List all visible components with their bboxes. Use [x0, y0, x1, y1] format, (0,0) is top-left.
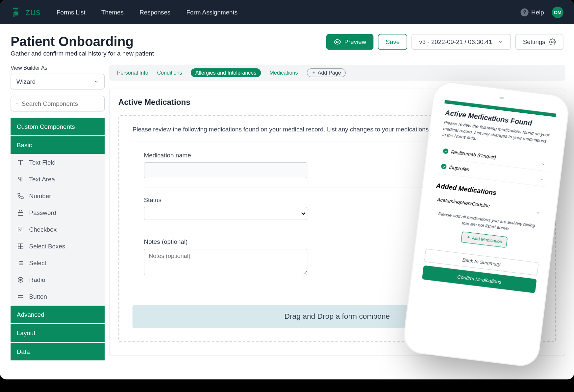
- grid-icon: [17, 242, 24, 249]
- component-number[interactable]: Number: [11, 187, 105, 204]
- svg-rect-6: [18, 212, 23, 215]
- save-button[interactable]: Save: [378, 34, 407, 50]
- component-select-boxes[interactable]: Select Boxes: [11, 238, 105, 254]
- version-dropdown[interactable]: v3 - 2022-09-21 / 06:30:41: [412, 34, 511, 50]
- chevron-down-icon: [94, 79, 99, 84]
- view-builder-as-label: View Builder As: [11, 65, 105, 71]
- phone-speaker-icon: [499, 97, 504, 99]
- nav-form-assignments[interactable]: Form Assignments: [187, 9, 238, 15]
- svg-rect-19: [18, 295, 23, 298]
- paragraph-icon: [17, 175, 24, 182]
- builder-sidebar: View Builder As Wizard Custom Components…: [11, 65, 105, 360]
- page-subtitle: Gather and confirm medical history for a…: [11, 50, 154, 57]
- component-select[interactable]: Select: [11, 255, 105, 271]
- status-select[interactable]: [144, 207, 308, 220]
- svg-point-2: [16, 103, 18, 104]
- lock-icon: [17, 209, 24, 216]
- component-checkbox[interactable]: Checkbox: [11, 221, 105, 238]
- top-navbar: zus Forms List Themes Responses Form Ass…: [0, 0, 574, 24]
- svg-point-18: [19, 279, 21, 281]
- logo-icon: [11, 6, 23, 18]
- settings-button[interactable]: Settings: [515, 34, 563, 50]
- group-data[interactable]: Data: [11, 343, 105, 360]
- group-basic[interactable]: Basic: [11, 136, 105, 154]
- text-icon: [17, 159, 24, 166]
- tab-personal-info[interactable]: Personal Info: [117, 68, 148, 77]
- svg-point-1: [552, 41, 553, 43]
- tab-allergies[interactable]: Allergies and Intolerances: [191, 68, 261, 77]
- gear-icon: [549, 38, 556, 45]
- group-custom-components[interactable]: Custom Components: [11, 118, 105, 135]
- svg-line-23: [467, 237, 469, 237]
- add-page-button[interactable]: Add Page: [307, 68, 346, 77]
- medication-name-input[interactable]: [144, 162, 308, 178]
- tab-conditions[interactable]: Conditions: [157, 68, 182, 77]
- search-icon: [16, 101, 18, 107]
- help-label: Help: [531, 9, 544, 15]
- svg-point-0: [336, 41, 338, 43]
- save-label: Save: [386, 38, 400, 45]
- settings-label: Settings: [523, 38, 545, 45]
- view-builder-as-value: Wizard: [16, 78, 36, 85]
- nav-forms-list[interactable]: Forms List: [57, 9, 86, 15]
- basic-components-list: Text Field Text Area Number Password Che…: [11, 154, 105, 305]
- view-builder-as-select[interactable]: Wizard: [11, 74, 105, 89]
- component-radio[interactable]: Radio: [11, 271, 105, 288]
- phone-icon: [17, 192, 24, 199]
- brand-logo: zus: [11, 6, 40, 18]
- svg-line-3: [17, 104, 18, 104]
- nav-links: Forms List Themes Responses Form Assignm…: [57, 9, 521, 15]
- button-icon: [17, 293, 24, 300]
- search-input[interactable]: [22, 100, 99, 107]
- chevron-down-icon: [498, 39, 504, 44]
- page-tabs: Personal Info Conditions Allergies and I…: [109, 65, 565, 81]
- radio-icon: [17, 276, 24, 283]
- preview-button[interactable]: Preview: [326, 34, 374, 50]
- check-icon: [443, 148, 449, 154]
- chevron-down-icon: ⌄: [535, 208, 540, 215]
- phone-add-medication-button[interactable]: Add Medication: [461, 231, 508, 248]
- group-advanced[interactable]: Advanced: [11, 306, 105, 323]
- chevron-down-icon: ⌄: [539, 175, 544, 182]
- preview-label: Preview: [344, 38, 366, 45]
- list-icon: [17, 259, 24, 266]
- drop-zone-text: Drag and Drop a form compone: [284, 312, 390, 321]
- component-password[interactable]: Password: [11, 204, 105, 221]
- group-layout[interactable]: Layout: [11, 324, 105, 342]
- help-link[interactable]: ? Help: [521, 8, 544, 16]
- nav-themes[interactable]: Themes: [101, 9, 124, 15]
- svg-rect-7: [18, 227, 23, 232]
- page-title: Patient Onboarding: [11, 34, 154, 49]
- version-label: v3 - 2022-09-21 / 06:30:41: [419, 38, 492, 45]
- check-icon: [441, 164, 447, 170]
- component-button[interactable]: Button: [11, 288, 105, 305]
- help-icon: ?: [521, 8, 529, 16]
- eye-icon: [334, 38, 340, 45]
- notes-textarea[interactable]: [144, 249, 308, 275]
- component-text-field[interactable]: Text Field: [11, 154, 105, 171]
- component-text-area[interactable]: Text Area: [11, 171, 105, 187]
- checkbox-icon: [17, 226, 24, 233]
- plus-icon: [466, 235, 470, 239]
- search-components[interactable]: [11, 96, 105, 111]
- user-avatar[interactable]: CM: [552, 6, 563, 18]
- plus-icon: [312, 71, 316, 75]
- brand-name: zus: [26, 7, 41, 17]
- nav-responses[interactable]: Responses: [139, 9, 170, 15]
- chevron-down-icon: ⌄: [541, 160, 546, 166]
- tab-medications[interactable]: Medications: [269, 68, 298, 77]
